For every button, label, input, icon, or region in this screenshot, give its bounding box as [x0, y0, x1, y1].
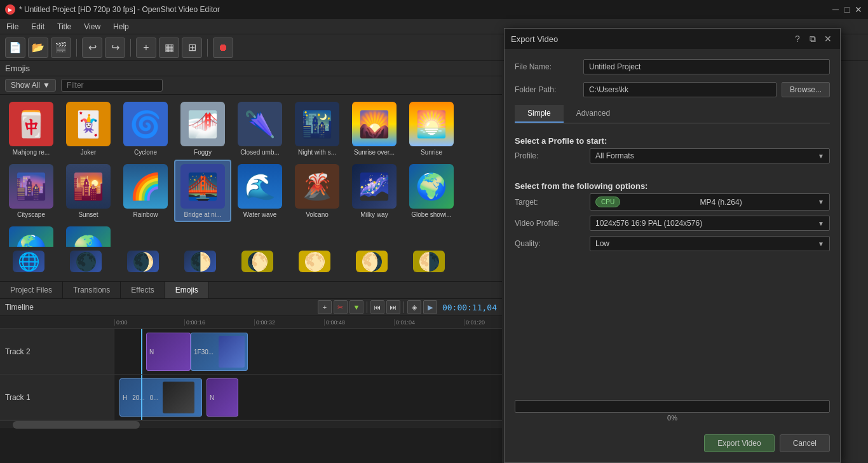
emoji-label: Rainbow — [118, 211, 173, 218]
emoji-partial-4[interactable]: 🌓 — [172, 247, 229, 279]
zoom-button[interactable]: ▶ — [423, 300, 437, 314]
next-button[interactable]: ⏭ — [386, 300, 400, 314]
emoji-label: Mahjong re... — [4, 149, 58, 156]
emoji-thumb: 🌅 — [409, 102, 454, 146]
video-profile-dropdown[interactable]: 1024x576 16:9 PAL (1024x576) ▼ — [590, 216, 830, 231]
track-row-2: Track 2 N 1F30... — [0, 329, 502, 375]
title-button[interactable]: 🎬 — [51, 38, 71, 58]
new-button[interactable]: 📄 — [5, 38, 25, 58]
emoji-rainbow[interactable]: 🌈 Rainbow — [117, 160, 174, 222]
track-clip[interactable]: N — [146, 333, 191, 371]
prev-button[interactable]: ⏮ — [370, 300, 384, 314]
emoji-thumb: 🌇 — [66, 164, 111, 209]
menu-help[interactable]: Help — [107, 21, 135, 32]
file-name-input[interactable] — [583, 59, 830, 74]
emoji-label: Sunrise — [404, 149, 459, 156]
import-button[interactable]: + — [136, 38, 156, 58]
tab-emojis[interactable]: Emojis — [165, 282, 209, 298]
tl-sep-2 — [403, 301, 404, 313]
menu-title[interactable]: Title — [51, 21, 78, 32]
tab-transitions[interactable]: Transitions — [63, 282, 121, 298]
browse-button[interactable]: Browse... — [782, 82, 830, 97]
emoji-partial-7[interactable]: 🌖 — [343, 247, 400, 279]
add-track-button[interactable]: + — [318, 300, 332, 314]
dialog-help-button[interactable]: ? — [792, 33, 803, 45]
emoji-milkyway[interactable]: 🌌 Milky way — [346, 160, 403, 222]
emoji-water-wave[interactable]: 🌊 Water wave — [231, 160, 288, 222]
emoji-label: Milky way — [347, 211, 402, 218]
emoji-sunrise[interactable]: 🌅 Sunrise — [403, 97, 460, 160]
tab-simple[interactable]: Simple — [515, 105, 564, 123]
emoji-partial-5[interactable]: 🌔 — [229, 247, 286, 279]
emoji-cityscape[interactable]: 🌆 Cityscape — [3, 160, 60, 222]
export-video-button[interactable]: Export Video — [704, 434, 775, 452]
tab-project-files[interactable]: Project Files — [0, 282, 63, 298]
emoji-umbrella[interactable]: 🌂 Closed umb... — [231, 97, 288, 160]
track-row-1: Track 1 H 20... 0... N — [0, 375, 502, 420]
tab-effects[interactable]: Effects — [121, 282, 165, 298]
folder-path-input[interactable] — [583, 82, 776, 97]
emoji-globe1[interactable]: 🌍 Globe showi... — [403, 160, 460, 222]
menu-file[interactable]: File — [0, 21, 25, 32]
export-tabs: Simple Advanced — [515, 105, 830, 123]
maximize-button[interactable]: □ — [843, 5, 851, 14]
filter-input[interactable] — [61, 79, 163, 92]
emoji-partial-6[interactable]: 🌕 — [286, 247, 343, 279]
open-button[interactable]: 📂 — [28, 38, 48, 58]
cancel-button[interactable]: Cancel — [780, 434, 830, 452]
emoji-bridge[interactable]: 🌉 Bridge at ni... — [174, 160, 231, 222]
target-dropdown[interactable]: CPU MP4 (h.264) ▼ — [590, 193, 830, 211]
close-button[interactable]: ✕ — [854, 5, 863, 14]
menu-edit[interactable]: Edit — [25, 21, 51, 32]
emoji-sunrise-over[interactable]: 🌄 Sunrise over... — [346, 97, 403, 160]
emoji-label: Joker — [61, 149, 116, 156]
emoji-night-with[interactable]: 🌃 Night with s... — [288, 97, 346, 160]
toolbar-sep-1 — [76, 39, 77, 57]
track-1-clip-2[interactable]: N — [207, 378, 238, 417]
split-button[interactable]: ✂ — [334, 300, 348, 314]
quality-dropdown[interactable]: Low ▼ — [590, 236, 830, 251]
emoji-thumb: 🌆 — [9, 164, 53, 209]
tab-advanced[interactable]: Advanced — [564, 105, 623, 123]
minimize-button[interactable]: ─ — [831, 5, 840, 14]
left-panel: Emojis Show All ▼ 🀄 Mahjong re... 🃏 Joke… — [0, 61, 502, 463]
delete-button[interactable]: ▦ — [159, 38, 179, 58]
profile-dropdown[interactable]: All Formats ▼ — [590, 148, 830, 163]
dialog-close-button[interactable]: ✕ — [822, 33, 834, 45]
emoji-partial-1[interactable]: 🌐 — [0, 247, 57, 279]
undo-button[interactable]: ↩ — [82, 38, 102, 58]
timeline-scrollbar[interactable] — [0, 420, 502, 428]
emoji-sunset[interactable]: 🌇 Sunset — [60, 160, 117, 222]
track-clip-2[interactable]: 1F30... — [191, 333, 248, 371]
emoji-partial-8[interactable]: 🌗 — [400, 247, 458, 279]
ruler-120: 0:01:20 — [464, 319, 502, 326]
enable-button[interactable]: ▼ — [349, 300, 363, 314]
emoji-globe3[interactable]: 🌏 Globe sho... — [60, 222, 117, 247]
record-button[interactable]: ⏺ — [213, 38, 233, 58]
export-button[interactable]: ⊞ — [182, 38, 202, 58]
emoji-partial-3[interactable]: 🌒 — [114, 247, 172, 279]
center-button[interactable]: ◈ — [407, 300, 421, 314]
track-2-content[interactable]: N 1F30... — [114, 329, 502, 374]
emojis-toolbar: Show All ▼ — [0, 76, 502, 95]
emoji-volcano[interactable]: 🌋 Volcano — [288, 160, 346, 222]
emoji-cyclone[interactable]: 🌀 Cyclone — [117, 97, 174, 160]
scrollbar-thumb[interactable] — [13, 421, 140, 429]
track-1-clip-1[interactable]: H 20... 0... — [119, 378, 202, 417]
emoji-partial-2[interactable]: 🌑 — [57, 247, 114, 279]
emoji-joker[interactable]: 🃏 Joker — [60, 97, 117, 160]
app-icon: ▶ — [5, 4, 15, 15]
show-all-button[interactable]: Show All ▼ — [5, 79, 56, 92]
dialog-restore-button[interactable]: ⧉ — [807, 33, 818, 45]
track-1-label: Track 1 — [0, 375, 114, 420]
emoji-mahjong[interactable]: 🀄 Mahjong re... — [3, 97, 60, 160]
video-profile-value: 1024x576 16:9 PAL (1024x576) — [595, 219, 702, 228]
menu-view[interactable]: View — [78, 21, 107, 32]
ruler-0: 0:00 — [114, 319, 184, 326]
emoji-globe2[interactable]: 🌎 Globe showi... — [3, 222, 60, 247]
emoji-thumb: 🌗 — [413, 251, 445, 272]
emoji-foggy[interactable]: 🌁 Foggy — [174, 97, 231, 160]
redo-button[interactable]: ↪ — [105, 38, 125, 58]
track-1-content[interactable]: H 20... 0... N — [114, 375, 502, 420]
profile-value: All Formats — [595, 151, 634, 160]
